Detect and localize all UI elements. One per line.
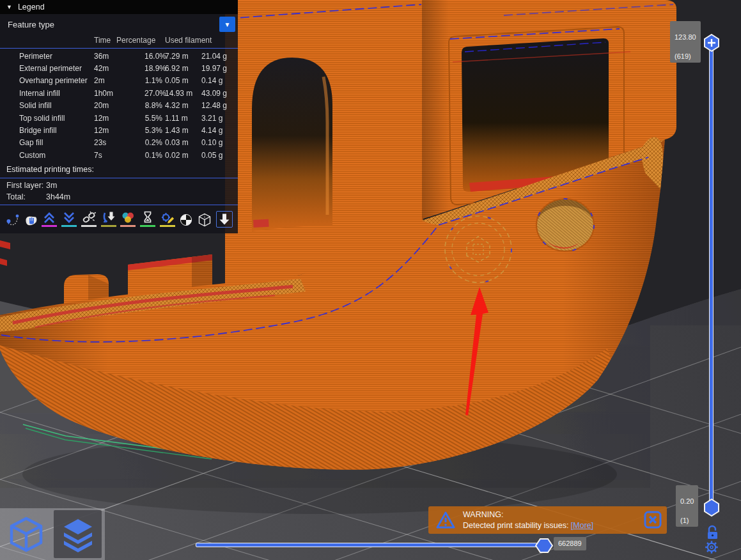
feature-label: External perimeter bbox=[19, 64, 94, 73]
retractions-icon bbox=[42, 210, 56, 224]
wipe-moves-button[interactable] bbox=[24, 213, 38, 227]
feature-percentage: 1.1% bbox=[144, 76, 165, 85]
feature-length: 0.03 m bbox=[165, 138, 201, 147]
layers-icon bbox=[59, 515, 97, 554]
travel-paths-button[interactable] bbox=[5, 213, 19, 227]
feature-percentage: 5.5% bbox=[144, 114, 165, 123]
feature-weight: 43.09 g bbox=[201, 89, 237, 98]
feature-time: 36m bbox=[94, 52, 116, 61]
collapse-triangle-icon[interactable]: ▼ bbox=[6, 4, 12, 10]
feature-percentage: 5.3% bbox=[144, 126, 165, 135]
feature-row[interactable]: Top solid infill12m5.5%1.11 m3.21 g bbox=[6, 112, 238, 124]
view-mode-switcher bbox=[0, 508, 105, 560]
feature-weight: 19.97 g bbox=[201, 64, 237, 73]
legend-header[interactable]: ▼ Legend bbox=[0, 0, 238, 14]
feature-length: 7.29 m bbox=[165, 52, 201, 61]
warning-title: WARNING: bbox=[463, 509, 593, 520]
lock-open-icon[interactable] bbox=[705, 524, 719, 540]
total-time: Total: 3h44m bbox=[0, 191, 238, 203]
feature-label: Internal infill bbox=[19, 89, 94, 98]
layer-slider-bottom-tooltip: 0.20 (1) bbox=[676, 485, 698, 527]
feature-length: 0.02 m bbox=[165, 151, 201, 160]
feature-time: 42m bbox=[94, 64, 116, 73]
feature-label: Gap fill bbox=[19, 138, 94, 147]
feature-weight: 0.05 g bbox=[201, 151, 237, 160]
feature-percentage: 16.0% bbox=[144, 52, 165, 61]
seams-button[interactable] bbox=[81, 210, 97, 227]
layer-slider-top-handle[interactable] bbox=[703, 34, 720, 52]
feature-weight: 21.04 g bbox=[201, 52, 237, 61]
seams-icon bbox=[82, 210, 96, 224]
feature-length: 6.92 m bbox=[165, 64, 201, 73]
deretractions-button[interactable] bbox=[61, 210, 77, 227]
legend-toggle-button[interactable] bbox=[216, 211, 233, 228]
feature-percentage: 27.0% bbox=[144, 89, 165, 98]
move-slider-tooltip: 662889 bbox=[554, 537, 586, 550]
legend-panel: ▼ Legend Feature type ▼ Time Percentage … bbox=[0, 0, 238, 233]
move-slider-handle[interactable] bbox=[535, 538, 553, 554]
legend-title: Legend bbox=[18, 3, 45, 12]
feature-time: 1h0m bbox=[94, 89, 116, 98]
feature-row[interactable]: Overhang perimeter2m1.1%0.05 m0.14 g bbox=[6, 75, 238, 87]
feature-length: 14.93 m bbox=[165, 89, 201, 98]
gear-icon[interactable] bbox=[704, 540, 719, 555]
color-changes-icon bbox=[121, 210, 135, 224]
close-icon bbox=[650, 517, 656, 523]
feature-percentage: 18.9% bbox=[144, 64, 165, 73]
feature-time: 7s bbox=[94, 151, 116, 160]
tool-changes-color-underline bbox=[101, 225, 116, 227]
separator bbox=[0, 178, 238, 178]
warning-banner: WARNING: Detected print stability issues… bbox=[428, 506, 667, 534]
view-type-label: Feature type bbox=[8, 20, 54, 29]
feature-row[interactable]: External perimeter42m18.9%6.92 m19.97 g bbox=[6, 62, 238, 74]
times-heading: Estimated printing times: bbox=[0, 162, 238, 176]
feature-weight: 12.48 g bbox=[201, 101, 237, 110]
feature-row[interactable]: Gap fill23s0.2%0.03 m0.10 g bbox=[6, 137, 238, 149]
feature-row[interactable]: Internal infill1h0m27.0%14.93 m43.09 g bbox=[6, 87, 238, 99]
layer-slider-top-tooltip: 123.80 (619) bbox=[670, 21, 701, 63]
editor-view-button[interactable] bbox=[2, 510, 50, 558]
tool-changes-button[interactable] bbox=[101, 210, 116, 227]
layer-slider-bottom-handle[interactable] bbox=[703, 499, 720, 517]
feature-label: Perimeter bbox=[19, 52, 94, 61]
feature-time: 12m bbox=[94, 114, 116, 123]
feature-row[interactable]: Solid infill20m8.8%4.32 m12.48 g bbox=[6, 100, 238, 112]
custom-gcode-color-underline bbox=[160, 225, 175, 227]
preview-view-button[interactable] bbox=[54, 510, 102, 558]
deretractions-icon bbox=[62, 210, 76, 224]
custom-gcode-icon bbox=[160, 210, 175, 224]
color-changes-button[interactable] bbox=[120, 210, 136, 227]
feature-time: 20m bbox=[94, 101, 116, 110]
deretractions-color-underline bbox=[61, 225, 77, 227]
feature-time: 2m bbox=[94, 76, 116, 85]
wipe-moves-icon bbox=[24, 213, 38, 227]
feature-label: Custom bbox=[19, 151, 94, 160]
feature-length: 4.32 m bbox=[165, 101, 201, 110]
feature-label: Solid infill bbox=[19, 101, 94, 110]
custom-gcode-button[interactable] bbox=[160, 210, 175, 227]
layer-slider-track[interactable] bbox=[709, 43, 714, 508]
feature-row[interactable]: Bridge infill12m5.3%1.43 m4.14 g bbox=[6, 124, 238, 136]
shells-button[interactable] bbox=[198, 213, 212, 227]
feature-percentage: 0.2% bbox=[144, 138, 165, 147]
preview-options-toolbar bbox=[0, 206, 238, 228]
retractions-button[interactable] bbox=[42, 210, 57, 227]
feature-row[interactable]: Perimeter36m16.0%7.29 m21.04 g bbox=[6, 50, 238, 62]
pause-prints-button[interactable] bbox=[140, 210, 155, 227]
feature-label: Bridge infill bbox=[19, 126, 94, 135]
view-type-dropdown-button[interactable]: ▼ bbox=[219, 17, 235, 32]
feature-table-rows: Perimeter36m16.0%7.29 m21.04 gExternal p… bbox=[0, 50, 238, 162]
move-slider-track[interactable] bbox=[196, 543, 546, 547]
feature-row[interactable]: Custom7s0.1%0.02 m0.05 g bbox=[6, 149, 238, 161]
center-of-mass-button[interactable] bbox=[179, 213, 193, 227]
legend-toggle-icon bbox=[217, 212, 231, 226]
warning-close-button[interactable] bbox=[644, 511, 662, 529]
warning-more-link[interactable]: [More] bbox=[571, 521, 593, 530]
color-changes-color-underline bbox=[120, 225, 136, 227]
feature-weight: 0.10 g bbox=[201, 138, 237, 147]
travel-paths-icon bbox=[5, 213, 19, 227]
separator bbox=[0, 205, 238, 205]
feature-time: 12m bbox=[94, 126, 116, 135]
feature-weight: 4.14 g bbox=[201, 126, 237, 135]
cube-icon bbox=[6, 515, 46, 554]
